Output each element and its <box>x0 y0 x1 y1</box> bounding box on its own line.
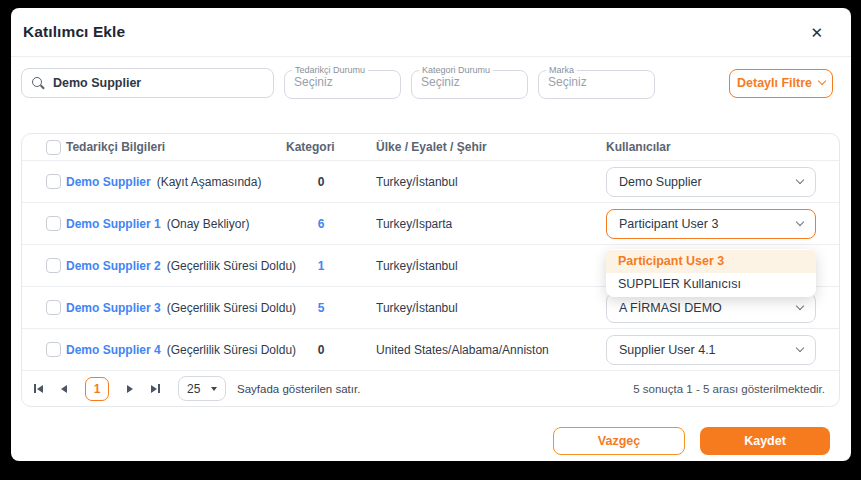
search-box[interactable] <box>21 68 274 98</box>
user-select[interactable]: A FİRMASI DEMO <box>606 293 816 323</box>
supplier-status: (Geçerlilik Süresi Doldu) <box>167 259 296 273</box>
chevron-down-icon <box>796 301 804 309</box>
modal-footer: Vazgeç Kaydet <box>11 407 851 455</box>
chevron-down-icon <box>796 217 804 225</box>
category-count[interactable]: 1 <box>286 259 356 273</box>
table-row: Demo Supplier 4 (Geçerlilik Süresi Doldu… <box>22 329 839 371</box>
user-select-value: A FİRMASI DEMO <box>619 301 722 315</box>
location: United States/Alabama/Anniston <box>376 343 606 357</box>
chevron-down-icon <box>796 175 804 183</box>
column-header-supplier: Tedarikçi Bilgileri <box>66 140 286 154</box>
supplier-status: (Kayıt Aşamasında) <box>157 175 262 189</box>
filter-bar: Tedarikçi Durumu Seçiniz Kategori Durumu… <box>11 57 851 109</box>
current-page[interactable]: 1 <box>85 377 109 401</box>
user-select-open[interactable]: Participant User 3 <box>606 209 816 239</box>
location: Turkey/İstanbul <box>376 175 606 189</box>
last-page-button[interactable] <box>151 384 160 393</box>
supplier-link[interactable]: Demo Supplier 2 <box>66 259 161 273</box>
close-icon[interactable]: ✕ <box>810 25 823 40</box>
user-select-menu: Participant User 3 SUPPLIER Kullanıcısı <box>606 249 816 297</box>
select-all-checkbox[interactable] <box>46 140 61 155</box>
column-header-category: Kategori <box>286 140 376 154</box>
dropdown-arrow-icon <box>211 387 217 391</box>
menu-option-selected[interactable]: Participant User 3 <box>606 250 816 273</box>
table-header-row: Tedarikçi Bilgileri Kategori Ülke / Eyal… <box>22 134 839 161</box>
search-input[interactable] <box>53 76 263 90</box>
category-status-filter-label: Kategori Durumu <box>419 65 493 75</box>
category-status-filter-value: Seçiniz <box>421 75 518 89</box>
column-header-location: Ülke / Eyalet / Şehir <box>376 140 606 154</box>
add-participant-modal: Katılımcı Ekle ✕ Tedarikçi Durumu Seçini… <box>11 8 851 461</box>
supplier-status: (Onay Bekliyor) <box>167 217 250 231</box>
user-select-value: Demo Supplier <box>619 175 702 189</box>
participants-table: Tedarikçi Bilgileri Kategori Ülke / Eyal… <box>21 133 840 407</box>
category-status-filter[interactable]: Kategori Durumu Seçiniz <box>411 65 528 99</box>
menu-option[interactable]: SUPPLIER Kullanıcısı <box>606 273 816 296</box>
user-select[interactable]: Supplier User 4.1 <box>606 335 816 365</box>
detail-filter-button[interactable]: Detaylı Filtre <box>729 69 833 98</box>
supplier-status-filter-label: Tedarikçi Durumu <box>292 65 368 75</box>
page-title: Katılımcı Ekle <box>23 23 125 41</box>
user-select[interactable]: Demo Supplier <box>606 167 816 197</box>
column-header-users: Kullanıcılar <box>606 140 839 154</box>
rows-per-page-label: Sayfada gösterilen satır. <box>237 383 360 395</box>
supplier-status-filter-value: Seçiniz <box>294 75 391 89</box>
supplier-link[interactable]: Demo Supplier 1 <box>66 217 161 231</box>
supplier-link[interactable]: Demo Supplier 4 <box>66 343 161 357</box>
location: Turkey/İstanbul <box>376 259 606 273</box>
chevron-down-icon <box>796 343 804 351</box>
brand-filter-label: Marka <box>546 65 577 75</box>
supplier-status: (Geçerlilik Süresi Doldu) <box>167 301 296 315</box>
brand-filter-value: Seçiniz <box>548 75 645 89</box>
pagination: 1 25 Sayfada gösterilen satır. 5 sonuçta… <box>22 371 839 406</box>
supplier-status-filter[interactable]: Tedarikçi Durumu Seçiniz <box>284 65 401 99</box>
row-checkbox[interactable] <box>46 342 61 357</box>
row-checkbox[interactable] <box>46 174 61 189</box>
chevron-down-icon <box>818 77 826 85</box>
location: Turkey/Isparta <box>376 217 606 231</box>
supplier-status: (Geçerlilik Süresi Doldu) <box>167 343 296 357</box>
category-count: 0 <box>286 175 356 189</box>
detail-filter-label: Detaylı Filtre <box>737 76 812 90</box>
category-count[interactable]: 6 <box>286 217 356 231</box>
user-select-value: Participant User 3 <box>619 217 718 231</box>
supplier-link[interactable]: Demo Supplier 3 <box>66 301 161 315</box>
table-row: Demo Supplier 1 (Onay Bekliyor) 6 Turkey… <box>22 203 839 245</box>
next-page-button[interactable] <box>127 385 133 393</box>
category-count[interactable]: 5 <box>286 301 356 315</box>
supplier-link[interactable]: Demo Supplier <box>66 175 151 189</box>
user-select-value: Supplier User 4.1 <box>619 343 716 357</box>
page-size-select[interactable]: 25 <box>178 376 226 401</box>
table-row: Demo Supplier (Kayıt Aşamasında) 0 Turke… <box>22 161 839 203</box>
row-checkbox[interactable] <box>46 300 61 315</box>
category-count: 0 <box>286 343 356 357</box>
location: Turkey/İstanbul <box>376 301 606 315</box>
row-checkbox[interactable] <box>46 216 61 231</box>
modal-header: Katılımcı Ekle ✕ <box>11 8 851 57</box>
first-page-button[interactable] <box>34 384 43 393</box>
results-summary: 5 sonuçta 1 - 5 arası gösterilmektedir. <box>633 383 825 395</box>
brand-filter[interactable]: Marka Seçiniz <box>538 65 655 99</box>
row-checkbox[interactable] <box>46 258 61 273</box>
cancel-button[interactable]: Vazgeç <box>553 427 685 455</box>
page-size-value: 25 <box>187 382 200 396</box>
search-icon <box>32 77 45 90</box>
prev-page-button[interactable] <box>61 385 67 393</box>
save-button[interactable]: Kaydet <box>700 427 830 455</box>
